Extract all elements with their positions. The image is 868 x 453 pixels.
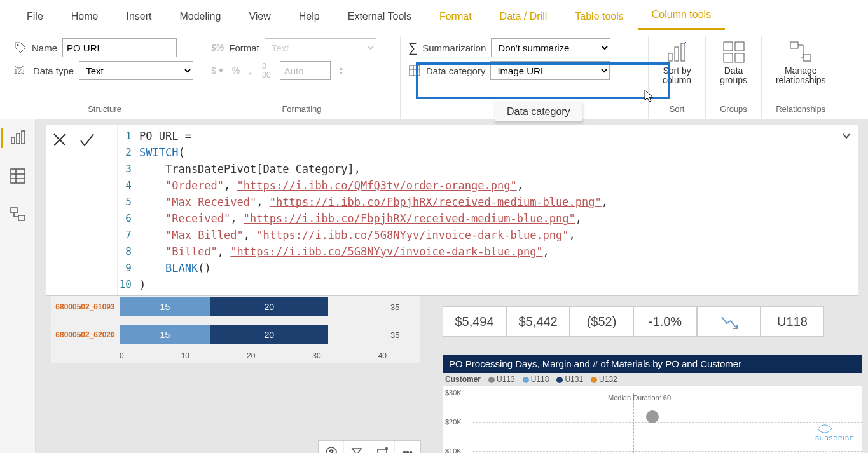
expand-formula-button[interactable] bbox=[835, 125, 858, 295]
kpi-value: $5,494 bbox=[443, 306, 506, 337]
category-icon bbox=[408, 64, 421, 77]
tab-modeling[interactable]: Modeling bbox=[165, 3, 235, 30]
cancel-formula-button[interactable] bbox=[52, 132, 68, 148]
visual-toolbar: ? bbox=[318, 440, 421, 453]
decimal-button: .0.00 bbox=[260, 62, 271, 79]
section2-title: PO Processing Days, Margin and # of Mate… bbox=[443, 355, 862, 373]
group-structure: Name 123 Data type Text Structure bbox=[6, 36, 203, 119]
svg-rect-6 bbox=[675, 47, 679, 61]
median-label: Median Duration: 60 bbox=[608, 394, 671, 402]
svg-rect-8 bbox=[724, 42, 733, 51]
sort-by-column-button[interactable]: Sort by column bbox=[656, 38, 698, 88]
summarization-label: Summarization bbox=[422, 43, 486, 53]
help-button[interactable]: ? bbox=[319, 441, 344, 453]
kpi-value: -1.0% bbox=[633, 306, 697, 337]
tab-external-tools[interactable]: External Tools bbox=[334, 3, 425, 30]
subscribe-watermark: SUBSCRIBE bbox=[815, 423, 854, 442]
svg-rect-12 bbox=[790, 42, 798, 48]
tab-help[interactable]: Help bbox=[285, 3, 334, 30]
data-category-label: Data category bbox=[426, 65, 485, 76]
chart1-xaxis: 010203040 bbox=[51, 351, 387, 360]
ytick: $10K bbox=[445, 447, 462, 453]
manage-relationships-button[interactable]: Manage relationships bbox=[769, 38, 832, 88]
filter-button[interactable] bbox=[344, 441, 369, 453]
chart2-legend: Customer U113 U118 U131 U132 bbox=[445, 375, 617, 384]
median-line bbox=[633, 393, 634, 453]
tab-insert[interactable]: Insert bbox=[112, 3, 165, 30]
tab-table-tools[interactable]: Table tools bbox=[561, 3, 638, 30]
ribbon: Name 123 Data type Text Structure $% For… bbox=[0, 30, 868, 119]
table-row: 68000502_62020 1520 35 bbox=[51, 321, 420, 349]
tab-view[interactable]: View bbox=[235, 3, 284, 30]
group-label-sort: Sort bbox=[656, 100, 698, 116]
format-label: Format bbox=[229, 43, 259, 53]
sort-icon bbox=[666, 41, 689, 64]
kpi-trend-icon bbox=[697, 306, 761, 337]
tab-data-drill[interactable]: Data / Drill bbox=[486, 3, 561, 30]
svg-rect-7 bbox=[681, 43, 685, 61]
relationships-icon bbox=[789, 41, 812, 64]
bar-label: 68000502_62020 bbox=[51, 330, 120, 339]
sort-label: Sort by column bbox=[663, 66, 691, 86]
bar-total: 35 bbox=[390, 330, 399, 340]
svg-rect-13 bbox=[803, 55, 811, 61]
group-formatting: $% Format Text $ ▾ % , .0.00 ▴▾ Formatti… bbox=[203, 36, 401, 119]
summarization-select[interactable]: Don't summarize bbox=[491, 38, 610, 57]
bar-seg: 15 bbox=[120, 325, 210, 344]
name-input[interactable] bbox=[62, 38, 177, 57]
datatype-label: Data type bbox=[33, 65, 74, 76]
percent-button: % bbox=[232, 65, 240, 76]
tooltip-data-category: Data category bbox=[495, 102, 582, 122]
left-rail bbox=[0, 119, 36, 453]
more-button[interactable] bbox=[395, 441, 420, 453]
legend-label: Customer bbox=[445, 375, 481, 384]
svg-rect-17 bbox=[11, 169, 25, 183]
data-groups-button[interactable]: Data groups bbox=[713, 38, 754, 88]
group-label-structure: Structure bbox=[14, 100, 195, 116]
svg-rect-9 bbox=[735, 42, 744, 51]
view-data-button[interactable] bbox=[9, 167, 27, 187]
chart-scatter[interactable]: $30K $20K $10K Median Duration: 60 bbox=[443, 386, 862, 453]
bar-total: 35 bbox=[390, 302, 399, 312]
groups-icon bbox=[722, 41, 745, 64]
svg-rect-10 bbox=[724, 53, 733, 62]
data-category-select[interactable]: Image URL bbox=[490, 61, 610, 80]
comma-button: , bbox=[249, 65, 251, 76]
bar-seg: 20 bbox=[210, 325, 328, 344]
scatter-point bbox=[646, 410, 659, 423]
formula-editor[interactable]: PO URL = SWITCH( TransDatePivot[Date Cat… bbox=[135, 125, 835, 295]
tab-column-tools[interactable]: Column tools bbox=[638, 1, 725, 30]
svg-rect-15 bbox=[17, 133, 20, 144]
group-groups: Data groups Groups bbox=[706, 36, 762, 119]
kpi-value: ($52) bbox=[570, 306, 633, 337]
line-gutter: 12345678910 bbox=[118, 125, 135, 295]
view-model-button[interactable] bbox=[9, 206, 27, 226]
group-label-formatting: Formatting bbox=[211, 100, 392, 116]
datatype-select[interactable]: Text bbox=[79, 61, 193, 80]
kpi-row: $5,494 $5,442 ($52) -1.0% U118 bbox=[443, 306, 824, 337]
svg-rect-5 bbox=[668, 53, 672, 61]
group-label-relationships: Relationships bbox=[769, 100, 832, 116]
table-row: 68000502_61093 1520 35 bbox=[51, 293, 420, 321]
ytick: $20K bbox=[445, 418, 462, 426]
cursor-icon bbox=[644, 89, 655, 103]
svg-rect-16 bbox=[22, 131, 25, 144]
view-report-button[interactable] bbox=[1, 128, 27, 148]
kpi-value: U118 bbox=[761, 306, 824, 337]
tab-file[interactable]: File bbox=[13, 3, 57, 30]
name-label: Name bbox=[32, 43, 57, 53]
format-symbol-icon: $% bbox=[211, 43, 224, 53]
tag-icon bbox=[14, 41, 27, 54]
formula-bar: 12345678910 PO URL = SWITCH( TransDatePi… bbox=[46, 125, 858, 296]
svg-text:?: ? bbox=[329, 449, 333, 453]
bar-seg: 15 bbox=[120, 297, 210, 316]
relationships-label: Manage relationships bbox=[776, 66, 826, 86]
bar-seg: 20 bbox=[210, 297, 328, 316]
stepper-icon: ▴▾ bbox=[340, 65, 343, 76]
commit-formula-button[interactable] bbox=[78, 132, 95, 148]
svg-rect-21 bbox=[11, 208, 17, 213]
tab-home[interactable]: Home bbox=[57, 3, 113, 30]
tab-format[interactable]: Format bbox=[425, 3, 486, 30]
focus-button[interactable] bbox=[369, 441, 395, 453]
bar-label: 68000502_61093 bbox=[51, 302, 120, 311]
